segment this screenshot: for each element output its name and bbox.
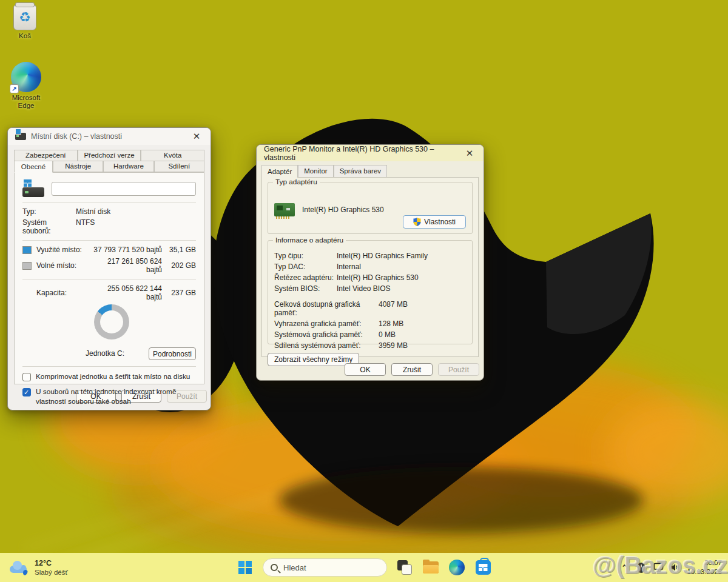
gpu-dialog-titlebar[interactable]: Generic PnP Monitor a Intel(R) HD Graphi… bbox=[257, 145, 484, 161]
divider bbox=[22, 240, 196, 241]
info-value: Intel(R) HD Graphics Family bbox=[337, 252, 428, 260]
tab-kvota[interactable]: Kvóta bbox=[141, 150, 204, 161]
info-value: Intel(R) HD Graphics 530 bbox=[337, 273, 419, 282]
info-label: Řetězec adaptéru: bbox=[274, 273, 337, 282]
desktop-icon-label: Koš bbox=[19, 32, 31, 40]
tab-sdileni[interactable]: Sdílení bbox=[154, 161, 204, 172]
recycle-bin-icon: ♻ bbox=[13, 5, 36, 30]
search-placeholder: Hledat bbox=[283, 563, 306, 572]
uac-shield-icon bbox=[413, 218, 421, 226]
capacity-bytes: 255 055 622 144 bajtů bbox=[92, 284, 162, 301]
adapter-name: Intel(R) HD Graphics 530 bbox=[302, 206, 384, 214]
info-label: Typ čipu: bbox=[274, 252, 337, 260]
compress-checkbox-row[interactable]: Komprimovat jednotku a šetřit tak místo … bbox=[22, 372, 196, 382]
details-button[interactable]: Podrobnosti bbox=[149, 347, 196, 360]
ok-button[interactable]: OK bbox=[345, 363, 386, 376]
tab-zabezpeceni[interactable]: Zabezpečení bbox=[14, 150, 78, 161]
memory-label: Celková dostupná grafická paměť: bbox=[274, 300, 379, 317]
memory-label: Systémová grafická paměť: bbox=[274, 330, 379, 339]
free-space-label: Volné místo: bbox=[36, 261, 92, 270]
used-space-row: Využité místo: 37 793 771 520 bajtů 35,1… bbox=[22, 246, 196, 254]
adapter-tab-page: Typ adaptéru Intel(R) HD Graphics 530 Vl… bbox=[261, 177, 479, 357]
windows-logo-icon bbox=[238, 561, 252, 574]
apply-button[interactable]: Použít bbox=[438, 363, 479, 376]
capacity-size: 237 GB bbox=[162, 289, 196, 297]
tab-monitor[interactable]: Monitor bbox=[298, 165, 333, 177]
index-checkbox[interactable] bbox=[22, 388, 31, 396]
adapter-type-group: Typ adaptéru Intel(R) HD Graphics 530 Vl… bbox=[268, 182, 473, 234]
taskbar-search[interactable]: Hledat bbox=[263, 558, 387, 577]
file-explorer-button[interactable] bbox=[422, 559, 439, 576]
hidden-icons-chevron[interactable]: ⌃ bbox=[619, 562, 630, 573]
info-value: Intel Video BIOS bbox=[337, 284, 391, 293]
drive-icon bbox=[15, 133, 26, 140]
divider bbox=[22, 366, 196, 367]
clock-date: 10.03.2025 bbox=[687, 567, 722, 577]
capacity-donut bbox=[94, 304, 129, 340]
memory-value: 3959 MB bbox=[379, 341, 408, 350]
memory-value: 128 MB bbox=[379, 319, 403, 328]
index-checkbox-row[interactable]: U souborů na této jednotce indexovat kro… bbox=[22, 387, 196, 407]
shortcut-arrow-icon: ↗ bbox=[10, 84, 19, 93]
gpu-card-icon bbox=[274, 203, 295, 216]
taskbar: 12°C Slabý déšť Hledat ⌃ bbox=[0, 553, 728, 582]
taskbar-clock[interactable]: 20:07 10.03.2025 bbox=[687, 558, 722, 577]
divider bbox=[22, 202, 196, 202]
used-space-size: 35,1 GB bbox=[162, 246, 196, 254]
edge-icon bbox=[449, 560, 465, 575]
tab-sprava-barev[interactable]: Správa barev bbox=[334, 165, 387, 177]
disk-properties-dialog: Místní disk (C:) – vlastnosti ✕ Zabezpeč… bbox=[7, 127, 211, 410]
store-icon bbox=[476, 560, 491, 575]
memory-value: 4087 MB bbox=[379, 300, 408, 317]
volume-label-input[interactable] bbox=[52, 182, 196, 196]
info-value: Internal bbox=[337, 263, 361, 271]
compress-checkbox-label: Komprimovat jednotku a šetřit tak místo … bbox=[36, 372, 196, 382]
tab-predchozi-verze[interactable]: Předchozí verze bbox=[78, 150, 141, 161]
disk-dialog-title: Místní disk (C:) – vlastnosti bbox=[31, 132, 185, 141]
desktop-icon-label: Microsoft Edge bbox=[5, 94, 47, 110]
close-icon[interactable]: ✕ bbox=[190, 131, 203, 142]
field-label: Systém souborů: bbox=[22, 218, 76, 235]
free-space-bytes: 217 261 850 624 bajtů bbox=[92, 257, 162, 274]
info-label: Systém BIOS: bbox=[274, 284, 337, 293]
store-button[interactable] bbox=[474, 559, 491, 576]
gpu-dialog-title: Generic PnP Monitor a Intel(R) HD Graphi… bbox=[264, 145, 458, 162]
weather-condition: Slabý déšť bbox=[35, 569, 68, 576]
field-value: Místní disk bbox=[76, 207, 110, 216]
edge-button[interactable] bbox=[448, 559, 465, 576]
display-tray-icon[interactable] bbox=[653, 562, 664, 573]
memory-value: 0 MB bbox=[379, 330, 396, 339]
capacity-label: Kapacita: bbox=[36, 289, 92, 297]
adapter-info-group: Informace o adaptéru Typ čipu:Intel(R) H… bbox=[268, 240, 473, 344]
disk-dialog-titlebar[interactable]: Místní disk (C:) – vlastnosti ✕ bbox=[8, 128, 211, 145]
used-space-bytes: 37 793 771 520 bajtů bbox=[92, 246, 162, 254]
weather-widget[interactable]: 12°C Slabý déšť bbox=[8, 559, 68, 576]
field-label: Typ: bbox=[22, 207, 76, 216]
start-button[interactable] bbox=[237, 559, 254, 576]
edge-icon: ↗ bbox=[11, 62, 41, 92]
desktop-icon-edge[interactable]: ↗ Microsoft Edge bbox=[5, 62, 47, 110]
desktop-icon-recycle-bin[interactable]: ♻ Koš bbox=[4, 5, 46, 40]
group-title: Typ adaptéru bbox=[273, 178, 320, 186]
free-space-swatch bbox=[22, 262, 32, 270]
used-space-label: Využité místo: bbox=[36, 246, 92, 254]
divider bbox=[22, 279, 196, 279]
group-title: Informace o adaptéru bbox=[273, 236, 346, 244]
compress-checkbox[interactable] bbox=[22, 373, 31, 381]
cancel-button[interactable]: Zrušit bbox=[391, 363, 433, 376]
adapter-properties-button[interactable]: Vlastnosti bbox=[403, 215, 466, 229]
task-view-button[interactable] bbox=[396, 559, 413, 576]
tab-hardware[interactable]: Hardware bbox=[103, 161, 153, 172]
disk-general-tab-page: Typ:Místní disk Systém souborů:NTFS Využ… bbox=[14, 172, 204, 384]
tab-adapter[interactable]: Adaptér bbox=[261, 165, 298, 178]
weather-temp: 12°C bbox=[35, 559, 68, 569]
mouse-tray-icon[interactable] bbox=[636, 562, 647, 573]
tab-nastroje[interactable]: Nástroje bbox=[53, 161, 103, 172]
volume-tray-icon[interactable] bbox=[670, 562, 681, 573]
tab-obecne[interactable]: Obecné bbox=[14, 161, 53, 173]
weather-icon bbox=[8, 561, 29, 574]
task-view-icon bbox=[397, 560, 412, 575]
field-value: NTFS bbox=[76, 218, 95, 235]
close-icon[interactable]: ✕ bbox=[463, 148, 476, 159]
clock-time: 20:07 bbox=[687, 558, 722, 567]
